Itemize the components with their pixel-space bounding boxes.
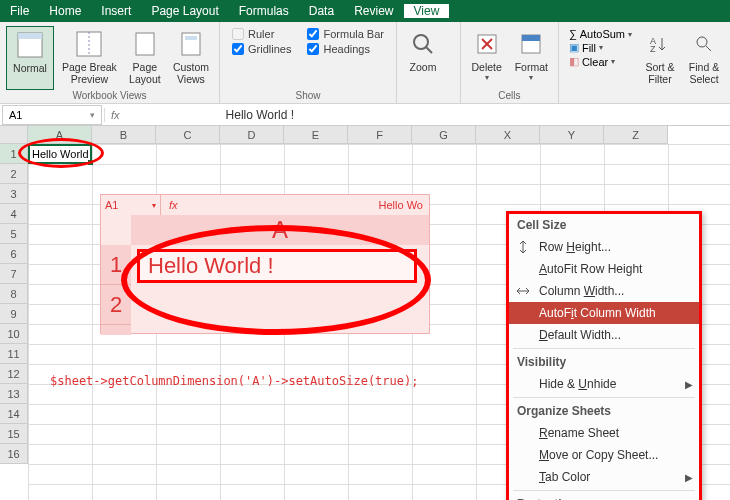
- name-box-value: A1: [9, 109, 22, 121]
- menu-section-cell-size: Cell Size: [509, 214, 699, 236]
- sort-label: Sort & Filter: [645, 62, 674, 85]
- eraser-icon: ◧: [569, 55, 579, 68]
- menu-autofit-col[interactable]: AutoFit Column Width: [509, 302, 699, 324]
- autosum-button[interactable]: ∑AutoSum▾: [569, 28, 632, 40]
- col-header-c[interactable]: C: [156, 126, 220, 144]
- tab-formulas[interactable]: Formulas: [229, 4, 299, 18]
- row-header-3[interactable]: 3: [0, 184, 28, 204]
- clear-button[interactable]: ◧Clear▾: [569, 55, 632, 68]
- col-header-f[interactable]: F: [348, 126, 412, 144]
- row-header-16[interactable]: 16: [0, 444, 28, 464]
- page-layout-icon: [129, 28, 161, 60]
- row-header-7[interactable]: 7: [0, 264, 28, 284]
- col-header-g[interactable]: G: [412, 126, 476, 144]
- col-header-a[interactable]: A: [28, 126, 92, 144]
- row-header-10[interactable]: 10: [0, 324, 28, 344]
- col-header-d[interactable]: D: [220, 126, 284, 144]
- group-workbook-views: Normal Page Break Preview Page Layout Cu…: [0, 22, 220, 103]
- formula-bar-checkbox[interactable]: Formula Bar: [307, 28, 384, 40]
- headings-checkbox[interactable]: Headings: [307, 43, 384, 55]
- title-tabs: File Home Insert Page Layout Formulas Da…: [0, 0, 730, 22]
- page-break-button[interactable]: Page Break Preview: [58, 26, 121, 90]
- row-header-14[interactable]: 14: [0, 404, 28, 424]
- tab-home[interactable]: Home: [39, 4, 91, 18]
- row-header-2[interactable]: 2: [0, 164, 28, 184]
- row-header-1[interactable]: 1: [0, 144, 28, 164]
- ribbon: Normal Page Break Preview Page Layout Cu…: [0, 22, 730, 104]
- col-header-b[interactable]: B: [92, 126, 156, 144]
- page-break-label: Page Break Preview: [62, 62, 117, 85]
- menu-rename-sheet[interactable]: Rename Sheet: [509, 422, 699, 444]
- group-show: Ruler Gridlines Formula Bar Headings Sho…: [220, 22, 397, 103]
- group-editing: ∑AutoSum▾ ▣Fill▾ ◧Clear▾ AZ Sort & Filte…: [559, 22, 730, 103]
- cell-a1[interactable]: Hello World: [28, 144, 92, 164]
- ruler-checkbox[interactable]: Ruler: [232, 28, 291, 40]
- row-header-13[interactable]: 13: [0, 384, 28, 404]
- page-layout-label: Page Layout: [129, 62, 161, 85]
- select-all-corner[interactable]: [0, 126, 28, 144]
- svg-rect-6: [185, 36, 197, 40]
- chevron-down-icon[interactable]: ▾: [90, 110, 95, 120]
- row-height-icon: [515, 239, 531, 255]
- col-header-z[interactable]: Z: [604, 126, 668, 144]
- col-width-icon: [515, 283, 531, 299]
- submenu-arrow-icon: ▶: [685, 379, 693, 390]
- menu-tab-color[interactable]: Tab Color ▶: [509, 466, 699, 488]
- row-header-5[interactable]: 5: [0, 224, 28, 244]
- row-header-12[interactable]: 12: [0, 364, 28, 384]
- row-header-15[interactable]: 15: [0, 424, 28, 444]
- normal-button[interactable]: Normal: [6, 26, 54, 90]
- menu-default-width[interactable]: Default Width...: [509, 324, 699, 346]
- inset-col-a: A: [131, 215, 429, 245]
- sort-icon: AZ: [644, 28, 676, 60]
- menu-row-height[interactable]: Row Height...: [509, 236, 699, 258]
- row-header-11[interactable]: 11: [0, 344, 28, 364]
- row-header-4[interactable]: 4: [0, 204, 28, 224]
- menu-autofit-row[interactable]: AutoFit Row Height: [509, 258, 699, 280]
- gridlines-checkbox[interactable]: Gridlines: [232, 43, 291, 55]
- menu-section-visibility: Visibility: [509, 351, 699, 373]
- page-layout-button[interactable]: Page Layout: [125, 26, 165, 90]
- custom-views-button[interactable]: Custom Views: [169, 26, 213, 90]
- inset-namebox: A1▾: [101, 195, 161, 215]
- tab-view[interactable]: View: [404, 4, 450, 18]
- inset-row-2: 2: [101, 285, 131, 325]
- submenu-arrow-icon: ▶: [685, 472, 693, 483]
- col-header-y[interactable]: Y: [540, 126, 604, 144]
- svg-point-16: [697, 37, 707, 47]
- formula-bar-row: A1 ▾ fx Hello World !: [0, 104, 730, 126]
- col-header-e[interactable]: E: [284, 126, 348, 144]
- inset-zoom-box: A1▾ fx Hello Wo A 1 2 Hello World !: [100, 194, 430, 334]
- fill-button[interactable]: ▣Fill▾: [569, 41, 632, 54]
- format-button[interactable]: Format ▾: [511, 26, 552, 90]
- menu-col-width[interactable]: Column Width...: [509, 280, 699, 302]
- svg-rect-4: [136, 33, 154, 55]
- row-header-6[interactable]: 6: [0, 244, 28, 264]
- name-box[interactable]: A1 ▾: [2, 105, 102, 125]
- sort-filter-button[interactable]: AZ Sort & Filter: [640, 26, 680, 103]
- group-cells: Delete ▾ Format ▾ Cells: [461, 22, 559, 103]
- row-header-8[interactable]: 8: [0, 284, 28, 304]
- tab-insert[interactable]: Insert: [91, 4, 141, 18]
- normal-icon: [14, 29, 46, 61]
- tab-file[interactable]: File: [0, 4, 39, 18]
- menu-section-organize: Organize Sheets: [509, 400, 699, 422]
- find-select-button[interactable]: Find & Select: [684, 26, 724, 103]
- formula-value[interactable]: Hello World !: [226, 108, 294, 122]
- svg-line-17: [706, 46, 711, 51]
- find-icon: [688, 28, 720, 60]
- tab-page-layout[interactable]: Page Layout: [141, 4, 228, 18]
- menu-hide-unhide[interactable]: Hide & Unhide ▶: [509, 373, 699, 395]
- col-header-x[interactable]: X: [476, 126, 540, 144]
- svg-line-8: [426, 47, 432, 53]
- zoom-button[interactable]: Zoom: [403, 26, 443, 90]
- tab-data[interactable]: Data: [299, 4, 344, 18]
- normal-label: Normal: [13, 63, 47, 75]
- row-header-9[interactable]: 9: [0, 304, 28, 324]
- delete-button[interactable]: Delete ▾: [467, 26, 507, 90]
- menu-move-copy[interactable]: Move or Copy Sheet...: [509, 444, 699, 466]
- tab-review[interactable]: Review: [344, 4, 403, 18]
- menu-section-protection: Protection: [509, 493, 699, 500]
- worksheet-grid[interactable]: A B C D E F G X Y Z 12345678910111213141…: [0, 126, 730, 500]
- fx-icon[interactable]: fx: [111, 109, 120, 121]
